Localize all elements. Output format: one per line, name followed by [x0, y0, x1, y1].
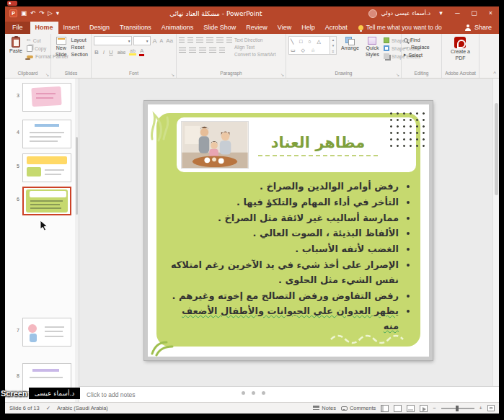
justify-icon[interactable]	[209, 48, 216, 54]
zoom-out-icon[interactable]: −	[433, 405, 436, 411]
quick-styles-button[interactable]: Quick Styles	[363, 36, 381, 69]
minimize-icon[interactable]: ─	[451, 7, 464, 19]
redo-icon[interactable]: ↷	[39, 10, 44, 17]
notes-pane[interactable]: Click to add notes	[79, 386, 499, 402]
spellcheck-icon[interactable]: ✓	[46, 405, 50, 411]
slide-body-text[interactable]: رفض أوامر الوالدين والصراخ . التأخر في أ…	[164, 179, 410, 341]
text-direction-ltr-icon[interactable]	[226, 37, 232, 44]
save-icon[interactable]: ▣	[21, 10, 27, 17]
thumbnail-preview[interactable]	[22, 318, 71, 347]
grow-font-button[interactable]: A	[152, 37, 158, 45]
slide-indicator[interactable]: Slide 6 of 13	[9, 405, 40, 411]
slide-sorter-view-icon[interactable]	[394, 405, 402, 412]
strikethrough-button[interactable]: abc	[117, 50, 126, 55]
align-center-icon[interactable]	[189, 48, 196, 54]
notes-toggle[interactable]: Notes	[313, 405, 336, 411]
zoom-slider[interactable]	[441, 408, 474, 409]
tab-design[interactable]: Design	[84, 22, 115, 34]
bullet-item[interactable]: الألفاظ البذيئة ، الصوت العالي .	[164, 226, 399, 241]
normal-view-icon[interactable]	[381, 405, 389, 412]
tab-review[interactable]: Review	[241, 22, 273, 34]
tell-me-box[interactable]: Tell me what you want to do	[353, 22, 448, 34]
thumbnail-preview[interactable]	[22, 120, 71, 148]
paste-button[interactable]: Paste	[7, 36, 25, 69]
tab-slide-show[interactable]: Slide Show	[198, 22, 241, 34]
family-photo[interactable]	[181, 121, 249, 169]
zoom-slider-thumb[interactable]	[456, 406, 459, 411]
slide-editor[interactable]: مظاهر العناد رفض أوامر الوالدين والصراخ …	[144, 101, 433, 360]
shrink-font-button[interactable]: A	[159, 38, 164, 43]
bullet-item[interactable]: رفض التفاوض ورفض التصالح مع إخوته وغيرهم…	[164, 289, 399, 304]
line-spacing-icon[interactable]	[216, 37, 224, 44]
columns-icon[interactable]	[219, 48, 225, 54]
tab-view[interactable]: View	[273, 22, 296, 34]
decrease-indent-icon[interactable]	[196, 37, 203, 44]
undo-icon[interactable]: ↶	[30, 10, 35, 17]
thumbnail-slide-3[interactable]: 3	[11, 83, 71, 112]
highlight-color-button[interactable]: ab	[129, 48, 136, 55]
tab-transitions[interactable]: Transitions	[115, 22, 156, 34]
find-button[interactable]: Find	[404, 37, 432, 43]
section-button[interactable]: Section	[71, 52, 90, 57]
thumbnail-slide-4[interactable]: 4	[11, 120, 71, 148]
create-pdf-button[interactable]: Create a PDF	[448, 36, 472, 69]
bullet-item[interactable]: الإصرار على أخذ شيء في يد الآخرين رغم ام…	[164, 258, 399, 288]
bullet-item[interactable]: ممارسة أساليب غير لائقة مثل الصراخ .	[164, 211, 399, 226]
zoom-in-icon[interactable]: +	[479, 405, 482, 411]
increase-indent-icon[interactable]	[206, 37, 213, 44]
underline-button[interactable]: U	[108, 49, 114, 55]
font-name-combo[interactable]: ▾	[94, 36, 132, 45]
user-avatar[interactable]	[368, 9, 377, 18]
comments-toggle[interactable]: Comments	[341, 405, 376, 411]
paragraph-dialog-launcher-icon[interactable]: ↘	[280, 73, 284, 77]
maximize-icon[interactable]: ▢	[468, 7, 480, 19]
customize-quick-access-icon[interactable]: ▾	[56, 10, 59, 17]
text-direction-button[interactable]: Text Direction	[234, 37, 278, 43]
thumbnail-slide-7[interactable]: 7	[11, 318, 71, 347]
shapes-gallery-scrollbar[interactable]: ▴ ▾ ≡	[330, 36, 337, 55]
user-name[interactable]: د.أسماء عيسى دولي	[381, 10, 430, 17]
bold-button[interactable]: B	[94, 49, 100, 55]
font-size-combo[interactable]: ▾	[133, 36, 150, 45]
notes-placeholder[interactable]: Click to add notes	[87, 391, 136, 398]
bullet-item[interactable]: رفض أوامر الوالدين والصراخ .	[164, 179, 399, 195]
thumbnail-preview[interactable]	[22, 187, 71, 215]
font-dialog-launcher-icon[interactable]: ↘	[171, 73, 174, 77]
bullet-item[interactable]: الغضب لأتفه الأسباب .	[164, 242, 399, 257]
language-indicator[interactable]: Arabic (Saudi Arabia)	[57, 405, 108, 411]
change-case-button[interactable]: Aa	[165, 37, 174, 44]
fit-to-window-icon[interactable]	[487, 405, 495, 411]
bullets-icon[interactable]	[179, 37, 185, 44]
replace-button[interactable]: ↔Replace	[404, 45, 432, 50]
align-right-icon[interactable]	[199, 48, 206, 54]
reset-button[interactable]: Reset	[71, 45, 90, 50]
align-left-icon[interactable]	[179, 48, 186, 54]
bullet-item[interactable]: يظهر العدوان على الحيوانات والأطفال الأض…	[164, 304, 399, 334]
reading-view-icon[interactable]	[407, 405, 415, 412]
collapse-ribbon-icon[interactable]: ^	[493, 70, 496, 76]
thumbnail-preview[interactable]	[22, 83, 71, 112]
layout-button[interactable]: Layout	[71, 37, 90, 43]
tab-acrobat[interactable]: Acrobat	[320, 22, 353, 34]
slide-show-view-icon[interactable]	[420, 405, 428, 412]
clipboard-dialog-launcher-icon[interactable]: ↘	[45, 73, 49, 77]
tab-help[interactable]: Help	[296, 22, 320, 34]
share-button[interactable]: Share	[458, 22, 499, 34]
canvas-scrollbar[interactable]	[492, 79, 499, 386]
start-from-beginning-icon[interactable]: ▷	[48, 10, 53, 17]
tab-file[interactable]: File	[5, 22, 30, 34]
drawing-dialog-launcher-icon[interactable]: ↘	[396, 73, 399, 77]
bullet-item[interactable]: التأخر في أداء المهام والتلكؤ فيها .	[164, 195, 399, 210]
thumbnail-slide-5[interactable]: 5	[11, 153, 71, 182]
tab-home[interactable]: Home	[30, 22, 58, 34]
tab-insert[interactable]: Insert	[58, 22, 85, 34]
shapes-gallery[interactable]: ╲ □ ○ △ ▭ ◇ ☆ →	[288, 36, 330, 55]
convert-to-smartart-button[interactable]: Convert to SmartArt	[234, 52, 278, 57]
italic-button[interactable]: I	[102, 49, 105, 55]
new-slide-button[interactable]: New Slide	[53, 36, 69, 69]
ribbon-display-options-icon[interactable]: ▾	[435, 7, 447, 19]
tab-animations[interactable]: Animations	[156, 22, 199, 34]
thumbnail-preview[interactable]	[22, 153, 71, 182]
select-button[interactable]: ▸Select	[404, 52, 432, 58]
pane-resize-dots[interactable]	[242, 391, 265, 395]
